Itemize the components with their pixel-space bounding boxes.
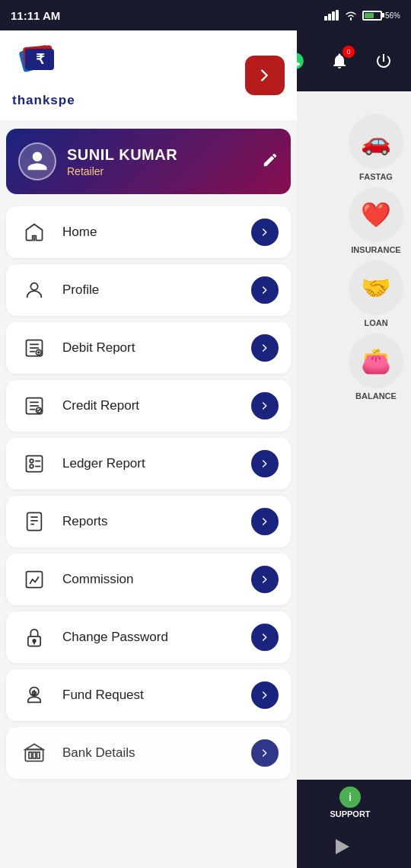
menu-commission-label: Commission (62, 572, 134, 587)
svg-rect-22 (27, 456, 43, 472)
drawer-header: ₹ thankspe (0, 30, 297, 121)
credit-report-arrow (251, 392, 279, 420)
home-icon (18, 216, 50, 248)
menu-bank-details-label: Bank Details (62, 745, 135, 761)
battery-text: 56% (385, 11, 400, 20)
fund-request-icon (18, 679, 50, 711)
bank-details-icon (18, 737, 50, 769)
user-card-left: SUNIL KUMAR Retailer (18, 142, 177, 180)
svg-text:₹: ₹ (36, 52, 45, 67)
menu-item-ledger-report[interactable]: Ledger Report (6, 438, 291, 490)
status-time: 11:11 AM (11, 9, 60, 22)
support-icon: i (339, 787, 361, 808)
main-container: 0 Aeps 0.00/- 🚗 FASTAG ❤️ INSURANCE (0, 30, 411, 868)
svg-rect-0 (324, 16, 327, 21)
menu-change-password-label: Change Password (62, 630, 168, 645)
service-balance[interactable]: 👛 BALANCE (349, 333, 403, 400)
balance-label: BALANCE (355, 391, 397, 400)
profile-icon (18, 274, 50, 306)
menu-item-credit-report[interactable]: Credit Report (6, 380, 291, 432)
svg-point-23 (30, 459, 33, 463)
svg-rect-3 (336, 10, 339, 21)
thankspe-logo-svg: ₹ (13, 43, 74, 88)
edit-profile-button[interactable] (262, 152, 279, 172)
notification-badge: 0 (342, 46, 355, 58)
menu-item-bank-details[interactable]: Bank Details (6, 727, 291, 779)
menu-list: Home Profile (0, 202, 297, 868)
support-button[interactable]: i SUPPORT (289, 780, 411, 825)
drawer: ₹ thankspe SUNIL KUMAR (0, 30, 297, 868)
status-icons: 56% (324, 10, 400, 21)
menu-fund-request-label: Fund Request (62, 688, 144, 703)
status-bar: 11:11 AM 56% (0, 0, 411, 30)
menu-item-home[interactable]: Home (6, 206, 291, 258)
balance-icon: 👛 (349, 333, 403, 388)
notification-icon-container[interactable]: 0 (324, 46, 355, 76)
ledger-report-icon (18, 448, 50, 480)
menu-home-label: Home (62, 225, 97, 240)
menu-item-change-password[interactable]: Change Password (6, 611, 291, 663)
wifi-icon (344, 10, 358, 21)
reports-arrow (251, 508, 279, 535)
change-password-arrow (251, 624, 279, 651)
home-arrow (251, 219, 279, 246)
credit-report-icon (18, 390, 50, 422)
fund-request-arrow (251, 681, 279, 709)
debit-report-arrow (251, 334, 279, 362)
commission-arrow (251, 566, 279, 593)
insurance-icon: ❤️ (349, 187, 403, 242)
menu-profile-label: Profile (62, 282, 99, 298)
user-avatar (18, 142, 56, 180)
battery-icon: 56% (362, 11, 400, 21)
svg-rect-38 (25, 749, 43, 761)
service-fastag[interactable]: 🚗 FASTAG (349, 114, 403, 181)
ledger-report-arrow (251, 450, 279, 477)
svg-point-33 (33, 640, 36, 643)
menu-item-profile[interactable]: Profile (6, 264, 291, 316)
user-role: Retailer (67, 165, 177, 177)
insurance-label: INSURANCE (351, 245, 400, 254)
user-name: SUNIL KUMAR (67, 146, 177, 164)
drawer-logo: ₹ thankspe (12, 43, 75, 108)
loan-label: LOAN (364, 318, 387, 327)
menu-ledger-report-label: Ledger Report (62, 456, 145, 471)
drawer-close-button[interactable] (245, 56, 285, 95)
svg-point-9 (30, 283, 37, 290)
change-password-icon (18, 621, 50, 653)
service-insurance[interactable]: ❤️ INSURANCE (349, 187, 403, 254)
menu-reports-label: Reports (62, 514, 108, 529)
svg-rect-41 (37, 752, 40, 758)
svg-rect-2 (332, 11, 335, 21)
menu-item-fund-request[interactable]: Fund Request (6, 669, 291, 721)
back-icon (336, 839, 349, 854)
power-icon-container[interactable] (368, 46, 399, 76)
menu-item-commission[interactable]: Commission (6, 554, 291, 605)
menu-credit-report-label: Credit Report (62, 398, 139, 413)
svg-rect-27 (27, 512, 42, 530)
svg-rect-39 (29, 752, 32, 758)
menu-debit-report-label: Debit Report (62, 340, 135, 356)
profile-arrow (251, 276, 279, 304)
service-icons-col: 🚗 FASTAG ❤️ INSURANCE 🤝 LOAN 👛 BALANCE (349, 114, 403, 400)
logo-text: thankspe (12, 93, 75, 108)
fastag-icon: 🚗 (349, 114, 403, 169)
logo-icon: ₹ (13, 43, 74, 93)
user-card: SUNIL KUMAR Retailer (6, 129, 291, 194)
signal-icon (324, 10, 339, 21)
debit-report-icon (18, 332, 50, 364)
nav-back-button[interactable] (327, 831, 358, 862)
reports-icon (18, 506, 50, 538)
commission-icon (18, 563, 50, 595)
svg-rect-31 (27, 572, 43, 588)
service-loan[interactable]: 🤝 LOAN (349, 260, 403, 327)
svg-rect-1 (328, 14, 331, 21)
menu-item-reports[interactable]: Reports (6, 496, 291, 547)
svg-rect-40 (33, 752, 36, 758)
fastag-label: FASTAG (359, 172, 393, 181)
bank-details-arrow (251, 739, 279, 767)
support-label: SUPPORT (330, 809, 370, 819)
user-info: SUNIL KUMAR Retailer (67, 146, 177, 177)
loan-icon: 🤝 (349, 260, 403, 315)
menu-item-debit-report[interactable]: Debit Report (6, 322, 291, 374)
svg-point-25 (30, 464, 33, 468)
